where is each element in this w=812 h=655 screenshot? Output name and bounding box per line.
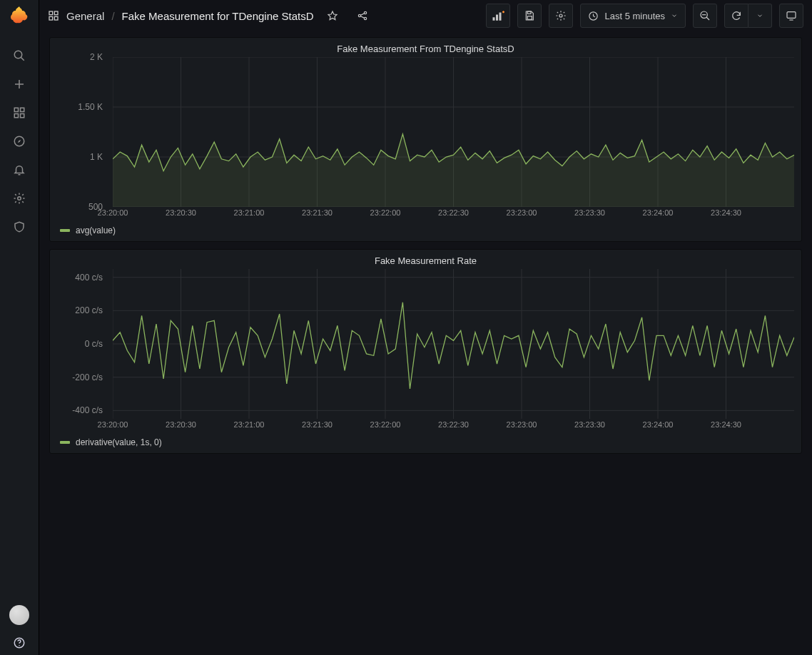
breadcrumb-sep: / [111, 10, 114, 22]
star-icon [327, 10, 338, 21]
save-button[interactable] [517, 4, 542, 28]
svg-point-13 [19, 645, 20, 646]
plus-icon [13, 78, 26, 91]
svg-rect-7 [21, 114, 24, 118]
svg-rect-24 [493, 17, 495, 21]
refresh-icon [731, 10, 742, 21]
panel-fake-measurement[interactable]: Fake Measurement From TDengine StatsD 2 … [49, 37, 802, 242]
nav-alerting[interactable] [0, 156, 39, 184]
time-picker-label: Last 5 minutes [604, 11, 665, 21]
svg-point-0 [14, 51, 22, 59]
clock-icon [588, 11, 599, 21]
y-axis: 2 K1.50 K1 K500 [57, 57, 107, 207]
svg-point-20 [364, 11, 366, 14]
svg-line-1 [21, 57, 24, 61]
panel-add-icon [492, 10, 504, 21]
x-axis: 23:20:0023:20:3023:21:0023:21:3023:22:00… [113, 419, 794, 433]
shield-icon [13, 220, 26, 233]
svg-rect-25 [496, 15, 498, 21]
svg-line-22 [360, 14, 364, 16]
breadcrumb-folder[interactable]: General [66, 10, 104, 22]
svg-rect-17 [54, 16, 58, 20]
nav-configuration[interactable] [0, 184, 39, 213]
settings-button[interactable] [549, 4, 573, 28]
svg-rect-15 [54, 11, 58, 15]
breadcrumb-title[interactable]: Fake Measurement for TDengine StatsD [122, 10, 314, 22]
chevron-down-icon [671, 12, 678, 19]
add-panel-button[interactable] [486, 4, 510, 28]
topbar: General / Fake Measurement for TDengine … [39, 0, 812, 31]
share-icon [357, 10, 368, 21]
bell-icon [13, 163, 26, 176]
legend-label: derivative(value, 1s, 0) [76, 437, 162, 447]
compass-icon [13, 135, 26, 148]
svg-rect-30 [528, 16, 532, 20]
refresh-interval-button[interactable] [748, 4, 772, 28]
monitor-icon [786, 10, 797, 21]
panel-title: Fake Measurement Rate [57, 255, 794, 266]
nav-main [0, 41, 39, 241]
svg-rect-29 [528, 11, 532, 14]
nav-create[interactable] [0, 70, 39, 98]
svg-point-11 [18, 197, 21, 200]
legend-swatch [60, 441, 70, 444]
svg-rect-6 [14, 114, 18, 118]
svg-marker-18 [328, 11, 337, 20]
svg-rect-26 [499, 13, 502, 21]
plot[interactable] [113, 269, 794, 419]
nav-dashboards[interactable] [0, 98, 39, 127]
legend[interactable]: derivative(value, 1s, 0) [60, 437, 794, 447]
x-axis: 23:20:0023:20:3023:21:0023:21:3023:22:00… [113, 207, 794, 221]
nav-explore[interactable] [0, 127, 39, 156]
time-picker[interactable]: Last 5 minutes [580, 4, 686, 28]
help-icon [13, 636, 26, 649]
y-axis: 400 c/s200 c/s0 c/s-200 c/s-400 c/s [57, 269, 107, 419]
svg-line-35 [706, 17, 709, 20]
gear-icon [13, 192, 26, 205]
gear-icon [555, 10, 567, 21]
save-icon [524, 10, 535, 21]
grafana-logo[interactable] [8, 4, 31, 27]
chevron-down-icon [756, 12, 763, 19]
nav-admin[interactable] [0, 213, 39, 241]
svg-point-31 [559, 14, 562, 17]
share-button[interactable] [351, 4, 374, 27]
svg-point-21 [364, 17, 366, 19]
user-avatar[interactable] [9, 605, 29, 625]
left-sidebar [0, 0, 39, 655]
nav-search[interactable] [0, 41, 39, 70]
legend-swatch [60, 229, 70, 232]
chart-area: 400 c/s200 c/s0 c/s-200 c/s-400 c/s 23:2… [57, 269, 794, 433]
panels-container: Fake Measurement From TDengine StatsD 2 … [39, 31, 812, 655]
breadcrumb: General / Fake Measurement for TDengine … [48, 10, 314, 22]
legend[interactable]: avg(value) [60, 225, 794, 235]
svg-rect-4 [14, 108, 18, 111]
svg-rect-5 [21, 108, 24, 111]
svg-marker-9 [18, 140, 21, 143]
apps-icon [48, 10, 59, 21]
plot[interactable] [113, 57, 794, 207]
panel-fake-measurement-rate[interactable]: Fake Measurement Rate 400 c/s200 c/s0 c/… [49, 249, 802, 454]
svg-point-19 [358, 14, 360, 16]
svg-line-23 [360, 16, 364, 19]
tv-mode-button[interactable] [779, 4, 803, 28]
favorite-button[interactable] [321, 4, 344, 27]
svg-rect-14 [49, 11, 53, 15]
chart-area: 2 K1.50 K1 K500 23:20:0023:20:3023:21:00… [57, 57, 794, 221]
zoom-out-button[interactable] [693, 4, 717, 28]
nav-help[interactable] [13, 636, 26, 649]
refresh-button[interactable] [724, 4, 748, 28]
main-area: General / Fake Measurement for TDengine … [39, 0, 812, 655]
apps-icon [13, 106, 26, 119]
svg-rect-36 [787, 12, 796, 19]
panel-title: Fake Measurement From TDengine StatsD [57, 44, 794, 54]
svg-rect-16 [49, 16, 53, 20]
zoom-out-icon [699, 10, 711, 21]
legend-label: avg(value) [76, 225, 116, 235]
search-icon [13, 49, 26, 62]
